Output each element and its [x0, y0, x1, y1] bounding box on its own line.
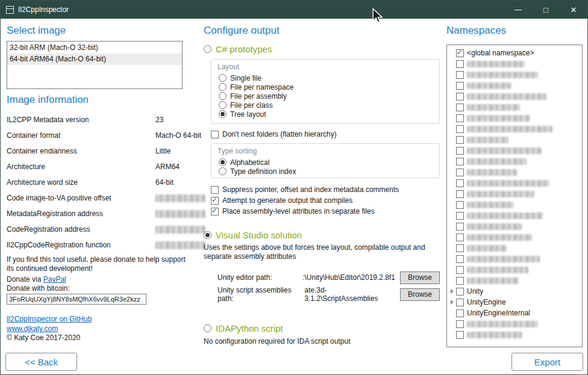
type-sorting-option-alphabetical[interactable]: Alphabetical: [219, 158, 434, 167]
type-definition-index-radio[interactable]: [219, 167, 227, 175]
layout-option-single-file[interactable]: Single file: [219, 73, 434, 82]
visual-studio-option[interactable]: Visual Studio solution: [204, 230, 302, 240]
single-file-radio[interactable]: [219, 74, 227, 82]
namespace-row[interactable]: UnityEngine: [451, 297, 582, 308]
github-link[interactable]: Il2CppInspector on GitHub: [7, 315, 92, 323]
namespace-checkbox[interactable]: [456, 212, 464, 220]
namespace-row[interactable]: [451, 232, 582, 243]
csharp-prototypes-radio[interactable]: [204, 45, 211, 53]
separate-attributes-checkbox[interactable]: [211, 208, 219, 215]
image-listbox[interactable]: 32-bit ARM (Mach-O 32-bit) 64-bit ARM64 …: [7, 41, 183, 89]
namespace-checkbox[interactable]: [456, 49, 464, 57]
maximize-button[interactable]: □: [532, 1, 560, 19]
namespace-row[interactable]: [451, 69, 582, 80]
namespace-checkbox[interactable]: [456, 114, 464, 122]
namespace-row[interactable]: [451, 80, 582, 91]
namespace-checkbox[interactable]: [456, 331, 464, 339]
namespace-row[interactable]: [451, 113, 582, 123]
namespace-checkbox[interactable]: [456, 104, 464, 111]
namespace-checkbox[interactable]: [456, 244, 464, 252]
namespace-row[interactable]: [451, 58, 582, 69]
namespace-row[interactable]: [451, 178, 582, 188]
namespace-row[interactable]: Unity: [451, 286, 582, 297]
namespace-checkbox[interactable]: [456, 190, 464, 198]
back-button[interactable]: << Back: [5, 353, 77, 371]
expander-icon[interactable]: [451, 300, 454, 305]
namespace-row[interactable]: <global namespace>: [451, 48, 582, 58]
file-per-assembly-radio[interactable]: [219, 92, 227, 100]
file-per-namespace-radio[interactable]: [219, 83, 227, 91]
namespace-checkbox[interactable]: [456, 136, 464, 144]
namespace-row[interactable]: UnityEngineInternal: [451, 308, 582, 318]
redacted-value: [155, 226, 205, 234]
namespace-row[interactable]: [451, 221, 582, 232]
image-list-item-selected[interactable]: 64-bit ARM64 (Mach-O 64-bit): [7, 54, 182, 65]
attempt-compile-option[interactable]: Attempt to generate output that compiles: [211, 196, 352, 205]
layout-option-tree-layout[interactable]: Tree layout: [219, 110, 434, 119]
layout-option-file-per-class[interactable]: File per class: [219, 101, 434, 110]
layout-option-file-per-assembly[interactable]: File per assembly: [219, 91, 434, 101]
namespace-row[interactable]: [451, 264, 582, 275]
namespace-row[interactable]: [451, 188, 582, 199]
paypal-link[interactable]: PayPal: [43, 275, 66, 284]
alphabetical-radio[interactable]: [219, 158, 227, 166]
namespace-checkbox[interactable]: [456, 266, 464, 274]
close-button[interactable]: ✕: [560, 1, 587, 19]
namespace-checkbox[interactable]: [456, 299, 464, 306]
script-assemblies-browse-button[interactable]: Browse: [400, 288, 440, 301]
namespace-row[interactable]: [451, 167, 582, 178]
expander-icon[interactable]: [451, 289, 454, 294]
namespaces-list[interactable]: <global namespace>UnityUnityEngineUnityE…: [446, 45, 583, 347]
dont-nest-folders-option[interactable]: Don't nest folders (flatten hierarchy): [211, 129, 337, 139]
namespace-checkbox[interactable]: [456, 60, 464, 68]
namespace-row[interactable]: [451, 123, 582, 134]
tree-layout-radio[interactable]: [219, 110, 227, 118]
namespace-row[interactable]: [451, 145, 582, 156]
idapython-radio[interactable]: [204, 324, 211, 332]
namespace-checkbox[interactable]: [456, 82, 464, 90]
namespace-checkbox[interactable]: [456, 309, 464, 317]
namespace-row[interactable]: [451, 329, 582, 340]
type-sorting-option-definition-index[interactable]: Type definition index: [219, 167, 434, 176]
namespace-checkbox[interactable]: [456, 158, 464, 166]
namespace-checkbox[interactable]: [456, 223, 464, 231]
suppress-metadata-checkbox[interactable]: [211, 186, 219, 194]
export-button[interactable]: Export: [511, 353, 583, 371]
namespace-row[interactable]: [451, 91, 582, 102]
namespace-checkbox[interactable]: [456, 255, 464, 263]
bitcoin-address-input[interactable]: [7, 294, 146, 305]
namespace-row[interactable]: [451, 134, 582, 145]
namespace-checkbox[interactable]: [456, 147, 464, 155]
namespace-checkbox[interactable]: [456, 320, 464, 328]
namespace-checkbox[interactable]: [456, 93, 464, 101]
namespace-row[interactable]: [451, 102, 582, 113]
idapython-option[interactable]: IDAPython script: [204, 323, 283, 333]
attempt-compile-checkbox[interactable]: [211, 197, 219, 205]
namespace-checkbox[interactable]: [456, 125, 464, 133]
namespace-row[interactable]: [451, 275, 582, 286]
namespace-row[interactable]: [451, 210, 582, 221]
dont-nest-folders-checkbox[interactable]: [211, 131, 219, 138]
namespace-checkbox[interactable]: [456, 288, 464, 296]
separate-attributes-option[interactable]: Place assembly-level attributes in separ…: [211, 206, 375, 216]
website-link[interactable]: www.djkaty.com: [7, 324, 58, 333]
namespace-row[interactable]: [451, 243, 582, 253]
image-list-item[interactable]: 32-bit ARM (Mach-O 32-bit): [7, 42, 182, 54]
namespace-checkbox[interactable]: [456, 277, 464, 285]
namespace-checkbox[interactable]: [456, 169, 464, 176]
minimize-button[interactable]: —: [504, 1, 532, 19]
namespace-row[interactable]: [451, 318, 582, 329]
file-per-class-radio[interactable]: [219, 101, 227, 109]
csharp-prototypes-option[interactable]: C# prototypes: [204, 44, 272, 54]
namespace-checkbox[interactable]: [456, 71, 464, 79]
layout-option-file-per-namespace[interactable]: File per namespace: [219, 82, 434, 91]
unity-editor-browse-button[interactable]: Browse: [400, 271, 440, 284]
namespace-checkbox[interactable]: [456, 201, 464, 209]
namespace-row[interactable]: [451, 253, 582, 264]
namespace-checkbox[interactable]: [456, 234, 464, 241]
namespace-row[interactable]: [451, 199, 582, 210]
namespace-checkbox[interactable]: [456, 179, 464, 187]
visual-studio-radio[interactable]: [204, 231, 211, 239]
suppress-metadata-option[interactable]: Suppress pointer, offset and index metad…: [211, 185, 399, 194]
namespace-row[interactable]: [451, 156, 582, 167]
